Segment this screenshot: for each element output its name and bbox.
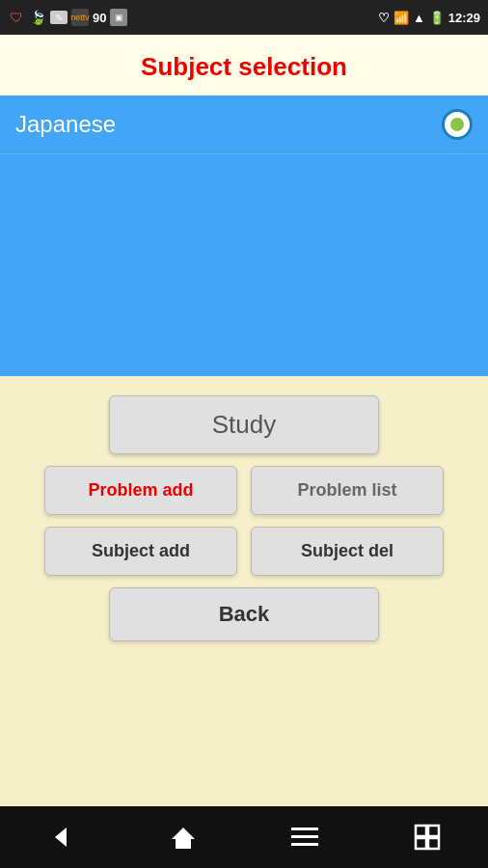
- nav-bar: [0, 806, 488, 868]
- subject-list: Japanese: [0, 95, 488, 376]
- menu-icon: [291, 827, 318, 847]
- subject-radio[interactable]: [442, 109, 473, 140]
- svg-rect-8: [428, 838, 439, 849]
- nav-menu-button[interactable]: [281, 813, 329, 861]
- button-row-1: Problem add Problem list: [29, 466, 459, 515]
- time-display: 12:29: [448, 11, 480, 25]
- back-button[interactable]: Back: [109, 587, 379, 641]
- subject-empty-area: [0, 154, 488, 376]
- button-row-2: Subject add Subject del: [29, 527, 459, 576]
- status-bar: 🛡 🍃 ✎ nettv 90 ▣ ♡ 📶 ▲ 🔋 12:29: [0, 0, 488, 35]
- nav-home-button[interactable]: [159, 813, 207, 861]
- leaf-icon: 🍃: [29, 9, 46, 26]
- svg-rect-6: [428, 826, 439, 836]
- tv-icon: nettv: [71, 9, 89, 26]
- status-right: ♡ 📶 ▲ 🔋 12:29: [378, 11, 480, 25]
- study-button[interactable]: Study: [109, 395, 379, 454]
- pencil-icon: ✎: [50, 11, 68, 24]
- svg-marker-0: [55, 827, 67, 847]
- subject-name: Japanese: [15, 111, 116, 138]
- svg-rect-2: [291, 827, 318, 830]
- nav-back-button[interactable]: [37, 813, 85, 861]
- signal-icon: ▲: [413, 11, 425, 25]
- subject-del-button[interactable]: Subject del: [251, 527, 444, 576]
- subject-item[interactable]: Japanese: [0, 95, 488, 154]
- shield-icon: 🛡: [8, 9, 25, 26]
- svg-marker-1: [172, 827, 195, 849]
- page-title: Subject selection: [10, 52, 478, 82]
- subject-add-button[interactable]: Subject add: [44, 527, 237, 576]
- svg-rect-5: [416, 826, 426, 836]
- problem-list-button[interactable]: Problem list: [251, 466, 444, 515]
- status-left: 🛡 🍃 ✎ nettv 90 ▣: [8, 9, 127, 26]
- svg-rect-3: [291, 835, 318, 838]
- buttons-area: Study Problem add Problem list Subject a…: [0, 376, 488, 806]
- wifi-icon: 📶: [393, 11, 409, 25]
- nav-apps-button[interactable]: [403, 813, 451, 861]
- radio-dot: [450, 118, 464, 131]
- back-arrow-icon: [47, 824, 74, 851]
- problem-add-button[interactable]: Problem add: [44, 466, 237, 515]
- battery-icon: 🔋: [429, 11, 445, 25]
- battery-number: 90: [93, 11, 106, 25]
- title-area: Subject selection: [0, 35, 488, 95]
- svg-rect-7: [416, 838, 426, 849]
- home-icon: [170, 824, 197, 851]
- svg-rect-4: [291, 843, 318, 846]
- apps-icon: [414, 824, 441, 851]
- heart-icon: ♡: [378, 11, 390, 25]
- photo-icon: ▣: [110, 9, 127, 26]
